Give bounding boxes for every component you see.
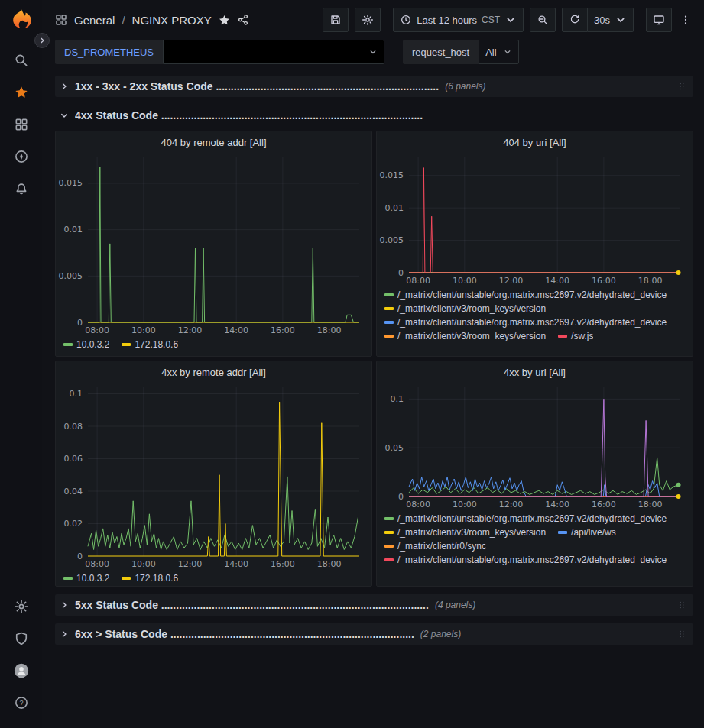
row-title: 4xx Status Code ........................… (75, 109, 423, 121)
legend-item[interactable]: /_matrix/client/unstable/org.matrix.msc2… (384, 317, 667, 328)
save-dashboard-button[interactable] (323, 8, 349, 32)
alerting-bell-icon[interactable] (4, 173, 39, 205)
legend-item[interactable]: /_matrix/client/v3/room_keys/version (384, 527, 546, 538)
legend-swatch (384, 517, 394, 520)
legend-swatch (384, 321, 394, 324)
legend-item[interactable]: 10.0.3.2 (63, 573, 109, 584)
panel-title[interactable]: 404 by remote addr [All] (56, 131, 371, 153)
svg-text:08:00: 08:00 (406, 276, 430, 286)
legend-label: /_matrix/client/unstable/org.matrix.msc2… (397, 513, 667, 524)
svg-text:0.01: 0.01 (385, 203, 404, 213)
refresh-interval-button[interactable]: 30s (588, 8, 634, 32)
row-header-4xx[interactable]: 4xx Status Code ........................… (55, 105, 693, 126)
legend-item[interactable]: /_matrix/client/unstable/org.matrix.msc2… (384, 555, 667, 565)
svg-text:0.1: 0.1 (70, 389, 83, 399)
svg-text:10:00: 10:00 (453, 276, 477, 286)
chevron-down-icon (504, 14, 517, 26)
row-header-5xx[interactable]: 5xx Status Code ........................… (55, 594, 693, 616)
datasource-variable-value[interactable] (163, 40, 384, 64)
chart-404-by-remote-addr[interactable]: 08:0010:0012:0014:0016:0018:0000.0050.01… (56, 153, 371, 336)
search-icon[interactable] (4, 44, 39, 76)
breadcrumb: General / NGINX PROXY (54, 13, 249, 27)
help-circle-icon[interactable]: ? (4, 687, 39, 719)
legend-label: 172.18.0.6 (135, 339, 178, 350)
tv-mode-button[interactable] (646, 8, 672, 32)
legend-label: /_matrix/client/r0/sync (397, 541, 486, 552)
row-panel-count: (2 panels) (420, 629, 461, 639)
row-drag-handle[interactable] (676, 597, 687, 613)
legend-swatch (122, 343, 131, 346)
time-picker-button[interactable]: Last 12 hours CST (393, 8, 524, 32)
request-host-value-dropdown[interactable]: All (479, 40, 518, 64)
more-menu-button[interactable] (678, 8, 693, 32)
legend-item[interactable]: /_matrix/client/v3/room_keys/version (384, 331, 546, 341)
legend-swatch (63, 343, 73, 346)
row-panel-count: (4 panels) (435, 600, 475, 610)
grafana-logo[interactable] (8, 8, 34, 34)
refresh-button[interactable] (562, 8, 588, 32)
monitor-icon (653, 14, 665, 26)
row-header-1xx-3xx-2xx[interactable]: 1xx - 3xx - 2xx Status Code ............… (55, 76, 693, 97)
legend-item[interactable]: /sw.js (558, 331, 593, 341)
legend-item[interactable]: /_matrix/client/v3/room_keys/version (384, 303, 546, 314)
chevron-down-icon (503, 47, 512, 57)
legend-swatch (122, 577, 131, 580)
starred-icon[interactable] (4, 76, 39, 108)
panel-title[interactable]: 404 by uri [All] (377, 131, 693, 153)
explore-compass-icon[interactable] (4, 141, 39, 173)
legend-item[interactable]: 10.0.3.2 (63, 339, 109, 350)
admin-shield-icon[interactable] (4, 623, 39, 655)
legend-swatch (384, 558, 394, 561)
row-drag-handle[interactable] (676, 79, 687, 94)
row-header-6xx[interactable]: 6xx > Status Code ......................… (55, 623, 693, 645)
legend: 10.0.3.2172.18.0.6 (56, 570, 371, 586)
svg-text:0.015: 0.015 (59, 178, 83, 188)
refresh-interval-label: 30s (594, 15, 610, 26)
panel-4xx-by-remote-addr: 4xx by remote addr [All] 08:0010:0012:00… (55, 361, 372, 587)
dashboard-settings-button[interactable] (355, 8, 381, 32)
legend-swatch (63, 577, 73, 580)
chevron-right-icon (60, 82, 69, 91)
legend-swatch (384, 545, 394, 548)
svg-text:14:00: 14:00 (224, 559, 248, 569)
chart-4xx-by-remote-addr[interactable]: 08:0010:0012:0014:0016:0018:0000.020.040… (56, 383, 371, 570)
panel-title[interactable]: 4xx by remote addr [All] (56, 361, 371, 383)
legend-item[interactable]: /_matrix/client/unstable/org.matrix.msc2… (384, 513, 667, 524)
svg-text:0.02: 0.02 (64, 519, 83, 529)
panel-title[interactable]: 4xx by uri [All] (377, 361, 693, 383)
request-host-value-text: All (485, 47, 496, 58)
share-icon[interactable] (237, 14, 249, 26)
chart-4xx-by-uri[interactable]: 08:0010:0012:0014:0016:0018:0000.050.1 (377, 383, 693, 510)
save-icon (329, 14, 342, 26)
svg-text:14:00: 14:00 (224, 325, 248, 335)
legend-label: /_matrix/client/v3/room_keys/version (397, 331, 546, 341)
chart-404-by-uri[interactable]: 08:0010:0012:0014:0016:0018:0000.0050.01… (377, 153, 693, 286)
breadcrumb-folder[interactable]: General (74, 14, 115, 27)
user-avatar[interactable] (11, 661, 31, 681)
chevron-down-icon (615, 14, 627, 26)
svg-text:0.005: 0.005 (380, 235, 404, 245)
configuration-gear-icon[interactable] (4, 590, 39, 623)
svg-text:16:00: 16:00 (592, 500, 616, 510)
svg-text:10:00: 10:00 (131, 325, 156, 335)
row-drag-handle[interactable] (676, 626, 687, 642)
legend-item[interactable]: 172.18.0.6 (122, 573, 178, 584)
favorite-star-icon[interactable] (218, 14, 231, 27)
svg-text:12:00: 12:00 (178, 325, 203, 335)
datasource-variable-label[interactable]: DS_PROMETHEUS (55, 40, 163, 64)
svg-text:0.1: 0.1 (391, 394, 404, 404)
refresh-icon (569, 14, 581, 26)
legend-label: /sw.js (571, 331, 593, 341)
dashboards-icon[interactable] (4, 108, 39, 141)
legend-item[interactable]: /_matrix/client/unstable/org.matrix.msc2… (384, 290, 667, 300)
legend-item[interactable]: 172.18.0.6 (122, 339, 178, 350)
zoom-out-button[interactable] (530, 8, 556, 32)
row-panel-count: (6 panels) (445, 81, 485, 92)
sidebar-expand-button[interactable] (34, 33, 50, 48)
chevron-down-icon (368, 47, 378, 57)
legend-item[interactable]: /api/live/ws (558, 527, 616, 538)
legend-item[interactable]: /_matrix/client/r0/sync (384, 541, 486, 552)
breadcrumb-dashboard-title[interactable]: NGINX PROXY (132, 14, 212, 27)
chevron-right-icon (60, 629, 69, 639)
legend-label: /_matrix/client/v3/room_keys/version (397, 303, 546, 314)
